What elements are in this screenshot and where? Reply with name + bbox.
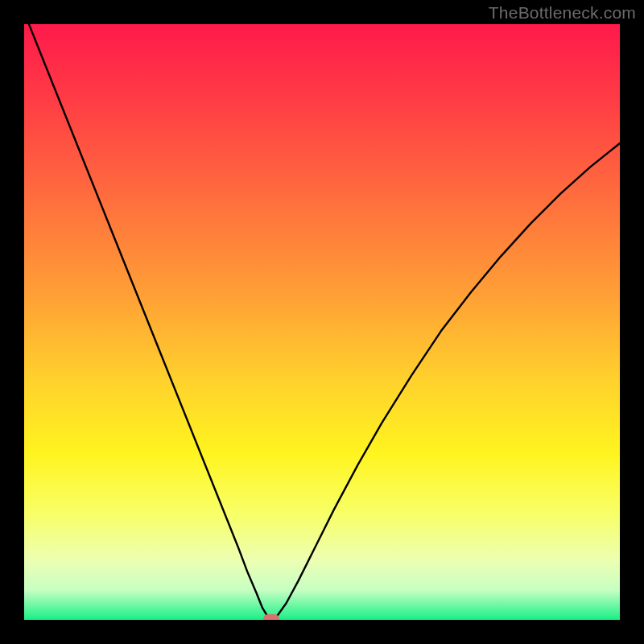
watermark-text: TheBottleneck.com: [489, 3, 636, 23]
plot-area: [24, 24, 620, 620]
chart-frame: TheBottleneck.com: [0, 0, 644, 644]
bottleneck-curve: [24, 24, 620, 620]
optimal-point-marker: [263, 614, 279, 620]
